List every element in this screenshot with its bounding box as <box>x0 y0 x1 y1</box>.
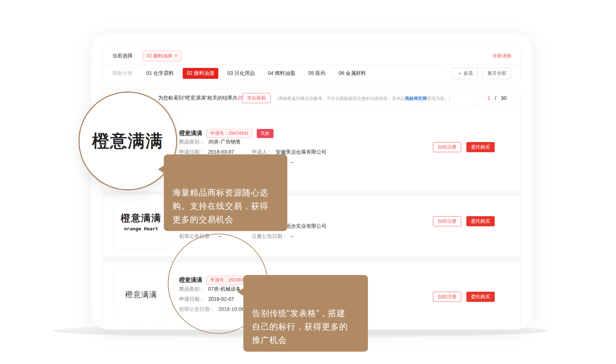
category-line: 商品类别：35类-广告销售 <box>179 139 433 146</box>
next-page-icon[interactable]: › <box>511 94 513 101</box>
current-page: 1 <box>487 95 490 101</box>
reg-notice-value: – <box>291 233 294 239</box>
category-label: 商品类别： <box>179 139 204 145</box>
category-row: 商标分类 01 化学原料 02 颜料油漆 03 日化用品 04 燃料油脂 05 … <box>104 65 520 82</box>
status-badge-invalid: 无效 <box>257 129 273 138</box>
category-item-06[interactable]: 06 金属材料 <box>339 70 366 77</box>
multi-select-button[interactable]: ＋ 多选 <box>452 68 478 79</box>
category-item-05[interactable]: 05 医药 <box>308 70 325 77</box>
reg-notice-label: 注册公告日期： <box>252 233 287 239</box>
magnified-trademark-text: 橙意满满 <box>92 130 163 153</box>
trademark-name[interactable]: 橙意满满 <box>179 130 202 137</box>
entrust-buy-button[interactable]: 委托购买 <box>466 292 495 302</box>
application-number-label: 申请号： <box>210 131 228 136</box>
self-register-button[interactable]: 自助注册 <box>433 216 461 226</box>
application-number-tag: 申请号：29474941 <box>207 129 252 138</box>
current-selection-row: 当前选择 02 颜料油漆 × 全部清除 <box>104 47 520 65</box>
row-actions: 自助注册 委托购买 <box>433 216 495 226</box>
entrust-buy-button[interactable]: 委托购买 <box>466 142 495 152</box>
category-item-04[interactable]: 04 燃料油脂 <box>268 70 295 77</box>
applicant-label: 申请人： <box>252 149 272 155</box>
results-disclaimer: （商标检索结果仅供参考，不作为商标能否注册的法律依据；具体以商标局官网查询为准。… <box>274 96 453 102</box>
disclaimer-text-post: 查询为准。） <box>427 96 453 101</box>
expand-all-button[interactable]: 展开全部 <box>482 68 511 79</box>
row-actions: 自助注册 委托购买 <box>433 292 495 302</box>
callout-bubble-marketplace: 海量精品商标资源随心选 购。支持在线交易，获得 更多的交易机会 <box>164 154 287 231</box>
selected-category-tag[interactable]: 02 颜料油漆 × <box>143 50 182 61</box>
trademark-image-text: 橙意满满 <box>125 290 157 300</box>
row-divider <box>104 256 520 263</box>
callout-arrow-icon <box>158 165 164 173</box>
category-value: 35类-广告销售 <box>208 139 241 145</box>
current-selection-label: 当前选择 <box>112 53 133 59</box>
reg-notice-value: – <box>291 159 294 165</box>
results-header: 为您检索到“橙意满满”相关的结果共28 个 导出商标 （商标检索结果仅供参考，不… <box>104 90 520 106</box>
self-register-button[interactable]: 自助注册 <box>433 142 461 152</box>
results-summary: 为您检索到“橙意满满”相关的结果共28 个 <box>158 95 250 101</box>
apply-date-value: 2018-03-07 <box>208 149 234 155</box>
trademark-image-2: 橙意满满 orange Heart <box>114 194 168 248</box>
entrust-buy-button[interactable]: 委托购买 <box>466 216 495 226</box>
total-pages: 30 <box>500 95 507 101</box>
trademark-image-3: 橙意满满 <box>114 267 168 321</box>
category-item-03[interactable]: 03 日化用品 <box>227 70 255 77</box>
trademark-image-subtext: orange Heart <box>124 226 158 231</box>
reg-notice-pair: 注册公告日期：– <box>252 233 294 240</box>
trademark-title-line: 橙意满满 申请号：29474941 无效 <box>179 129 273 138</box>
category-list: 01 化学原料 02 颜料油漆 03 日化用品 04 燃料油脂 05 医药 06… <box>146 70 366 77</box>
callout-arrow-icon <box>238 288 244 296</box>
callout-text: 告别传统“发表格”，搭建 自己的标行，获得更多的 推广机会 <box>252 308 348 345</box>
selected-category-tag-text: 02 颜料油漆 <box>147 53 172 59</box>
applicant-value: 安徽美达会展有限公司 <box>276 149 327 155</box>
apply-date-label: 申请日期： <box>179 149 204 155</box>
export-trademarks-button[interactable]: 导出商标 <box>242 93 271 103</box>
page: 当前选择 02 颜料油漆 × 全部清除 商标分类 01 化学原料 02 颜料油漆… <box>0 0 616 364</box>
row-actions: 自助注册 委托购买 <box>433 142 495 152</box>
magnifier-lens-1: 橙意满满 <box>78 92 177 190</box>
callout-text: 海量精品商标资源随心选 购。支持在线交易，获得 更多的交易机会 <box>173 188 268 224</box>
category-row-label: 商标分类 <box>112 70 133 77</box>
self-register-button[interactable]: 自助注册 <box>433 292 461 302</box>
page-separator: / <box>495 95 496 101</box>
prev-page-icon[interactable]: ‹ <box>481 94 483 101</box>
results-summary-prefix: 为您检索到“橙意满满”相关的结果共 <box>158 95 238 101</box>
trademark-image-text: 橙意满满 <box>121 212 162 225</box>
filter-panel: 当前选择 02 颜料油漆 × 全部清除 商标分类 01 化学原料 02 颜料油漆… <box>104 47 520 82</box>
application-number-value: 29474941 <box>228 131 249 136</box>
callout-bubble-promotion: 告别传统“发表格”，搭建 自己的标行，获得更多的 推广机会 <box>243 275 368 352</box>
category-item-02-active[interactable]: 02 颜料油漆 <box>183 68 218 79</box>
clear-all-link[interactable]: 全部清除 <box>493 53 511 59</box>
category-buttons: ＋ 多选 展开全部 <box>452 68 511 79</box>
trademark-office-link[interactable]: 商标局官网 <box>405 96 427 101</box>
remove-tag-icon[interactable]: × <box>175 53 178 58</box>
category-item-01[interactable]: 01 化学原料 <box>146 70 174 77</box>
disclaimer-text-pre: （商标检索结果仅供参考，不作为商标能否注册的法律依据；具体以 <box>274 96 405 101</box>
pagination: ‹ 1 / 30 › <box>474 90 520 106</box>
